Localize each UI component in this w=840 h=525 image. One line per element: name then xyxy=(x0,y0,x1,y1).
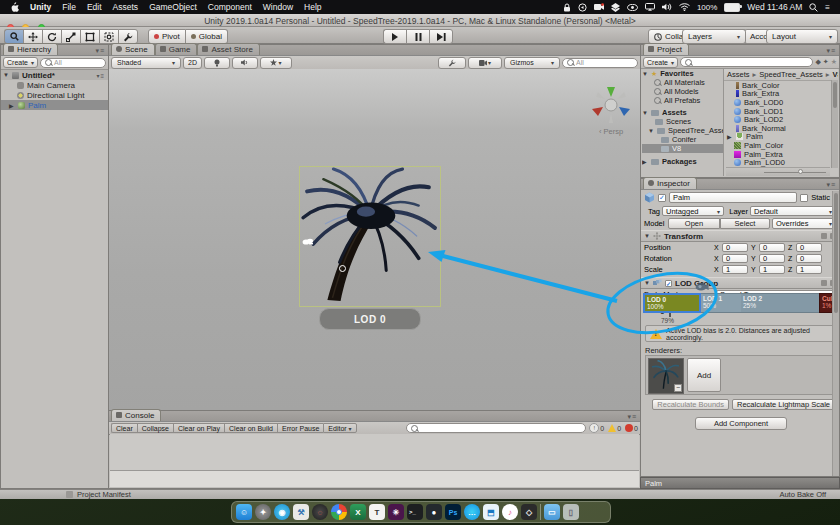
auto-bake-status[interactable]: Auto Bake Off xyxy=(779,490,826,499)
console-clear-button[interactable]: Clear xyxy=(111,423,137,433)
tab-scene[interactable]: Scene xyxy=(111,43,155,55)
dock-trash-icon[interactable]: ▯ xyxy=(563,504,579,520)
asset-bark-lod2[interactable]: Bark_LOD2 xyxy=(724,115,838,124)
recalculate-lightmap-button[interactable]: Recalculate Lightmap Scale xyxy=(732,399,835,410)
hierarchy-item-palm[interactable]: ▶ Palm xyxy=(1,100,108,110)
camera-record-icon[interactable] xyxy=(594,3,604,11)
move-tool-button[interactable] xyxy=(23,29,42,44)
eye-icon[interactable] xyxy=(627,4,638,11)
asset-palm-extra[interactable]: Palm_Extra xyxy=(724,150,838,159)
scale-y-field[interactable]: 1 xyxy=(759,265,785,274)
apple-menu-icon[interactable] xyxy=(10,2,19,12)
position-x-field[interactable]: 0 xyxy=(722,243,748,252)
rotate-tool-button[interactable] xyxy=(42,29,61,44)
asset-list-scrollbar[interactable] xyxy=(831,80,838,168)
add-component-button[interactable]: Add Component xyxy=(695,417,787,430)
dock-launchpad-icon[interactable]: ✦ xyxy=(255,504,271,520)
favorites-folder[interactable]: ▼★Favorites xyxy=(642,69,723,78)
asset-bark-lod1[interactable]: Bark_LOD1 xyxy=(724,107,838,116)
rotation-x-field[interactable]: 0 xyxy=(722,254,748,263)
foldout-icon[interactable]: ▼ xyxy=(644,280,650,286)
dock-xcode-icon[interactable]: ⚒ xyxy=(293,504,309,520)
rotation-y-field[interactable]: 0 xyxy=(759,254,785,263)
favorite-all-materials[interactable]: All Materials xyxy=(642,78,723,87)
tab-inspector[interactable]: Inspector xyxy=(643,177,697,189)
status-message[interactable]: Project Manifest xyxy=(77,490,131,499)
menu-assets[interactable]: Assets xyxy=(113,2,139,12)
preset-icon[interactable] xyxy=(821,233,827,239)
console-search-input[interactable] xyxy=(406,423,586,433)
effects-dropdown[interactable]: ▾ xyxy=(260,57,292,69)
play-button[interactable] xyxy=(383,29,406,44)
wifi-icon[interactable] xyxy=(679,3,690,11)
custom-tool-button[interactable] xyxy=(118,29,138,44)
asset-palm[interactable]: ▶Palm xyxy=(724,133,838,142)
position-y-field[interactable]: 0 xyxy=(759,243,785,252)
active-checkbox[interactable]: ✓ xyxy=(658,194,666,202)
scale-tool-button[interactable] xyxy=(61,29,80,44)
console-detail-area[interactable] xyxy=(110,471,639,487)
persp-label[interactable]: ‹ Persp xyxy=(587,127,635,136)
model-overrides-dropdown[interactable]: Overrides▾ xyxy=(772,218,836,229)
spotlight-icon[interactable] xyxy=(809,3,818,12)
dock-photoshop-icon[interactable]: Ps xyxy=(445,504,461,520)
view-tool-button[interactable] xyxy=(4,29,23,44)
hierarchy-item-main-camera[interactable]: Main Camera xyxy=(1,80,108,90)
tree-v8-folder[interactable]: V8 xyxy=(642,144,723,153)
asset-bark-normal[interactable]: Bark_Normal xyxy=(724,124,838,133)
hierarchy-create-button[interactable]: Create▾ xyxy=(3,57,38,68)
asset-palm-lod0[interactable]: Palm_LOD0 xyxy=(724,158,838,167)
dock-chrome-icon[interactable] xyxy=(331,504,347,520)
scene-row-menu[interactable]: ▾≡ xyxy=(96,72,108,79)
expand-icon[interactable]: ▶ xyxy=(9,102,15,109)
dock-app-icon[interactable]: ◌ xyxy=(312,504,328,520)
transform-gizmo-center[interactable] xyxy=(339,265,346,272)
thumbnail-size-slider[interactable] xyxy=(726,167,830,176)
rotation-z-field[interactable]: 0 xyxy=(796,254,822,263)
scale-z-field[interactable]: 1 xyxy=(796,265,822,274)
warning-icon[interactable] xyxy=(608,424,616,432)
airplay-icon[interactable] xyxy=(645,3,655,11)
tab-hierarchy[interactable]: Hierarchy xyxy=(3,43,58,55)
menu-window[interactable]: Window xyxy=(263,2,293,12)
menubar-clock[interactable]: Wed 11:46 AM xyxy=(747,2,802,12)
lod-camera-icon[interactable] xyxy=(695,282,709,292)
tag-dropdown[interactable]: Untagged▾ xyxy=(662,206,724,216)
model-select-button[interactable]: Select xyxy=(720,218,770,229)
search-by-type-icon[interactable]: ◆ xyxy=(815,58,820,66)
tree-packages[interactable]: ▶Packages xyxy=(642,157,723,166)
scene-orientation-gizmo[interactable] xyxy=(589,83,633,127)
favorite-all-models[interactable]: All Models xyxy=(642,87,723,96)
menu-gameobject[interactable]: GameObject xyxy=(149,2,197,12)
info-icon[interactable]: ! xyxy=(589,423,599,433)
asset-bark-extra[interactable]: Bark_Extra xyxy=(724,90,838,99)
rect-tool-button[interactable] xyxy=(80,29,99,44)
console-clear-on-play-button[interactable]: Clear on Play xyxy=(173,423,224,433)
tree-assets-folder[interactable]: ▼Assets xyxy=(642,108,723,117)
foldout-icon[interactable]: ▼ xyxy=(644,233,650,239)
control-center-icon[interactable]: ≡ xyxy=(825,3,830,12)
lod2-segment[interactable]: LOD 225% xyxy=(741,293,819,313)
dock-finder-icon[interactable]: ☺ xyxy=(236,504,252,520)
dock-slack-icon[interactable]: ✳ xyxy=(388,504,404,520)
remove-renderer-button[interactable]: − xyxy=(674,384,682,392)
dock-music-icon[interactable]: ♪ xyxy=(502,504,518,520)
scale-x-field[interactable]: 1 xyxy=(722,265,748,274)
scene-camera-dropdown[interactable]: ▾ xyxy=(468,57,502,69)
dock-textedit-icon[interactable]: T xyxy=(369,504,385,520)
model-open-button[interactable]: Open xyxy=(668,218,720,229)
console-panel-menu[interactable]: ▾≡ xyxy=(627,413,640,421)
lod-bar[interactable]: LOD 0100% LOD 150% LOD 225% Culled1% xyxy=(643,293,839,313)
preset-icon[interactable] xyxy=(821,280,827,286)
inspector-scrollbar[interactable] xyxy=(832,191,839,476)
hierarchy-item-directional-light[interactable]: Directional Light xyxy=(1,90,108,100)
breadcrumb[interactable]: Assets▸SpeedTree_Assets▸V8 xyxy=(724,69,838,81)
asset-preview-bar[interactable]: Palm xyxy=(640,477,840,489)
gizmos-dropdown[interactable]: Gizmos▾ xyxy=(504,57,560,69)
slider-thumb[interactable] xyxy=(798,169,803,174)
recalculate-bounds-button[interactable]: Recalculate Bounds xyxy=(652,399,729,410)
project-panel-menu[interactable]: ▾≡ xyxy=(826,47,839,55)
expand-icon[interactable]: ▶ xyxy=(727,133,733,140)
menu-help[interactable]: Help xyxy=(304,2,321,12)
scene-viewport[interactable]: LOD 0 ‹ Persp xyxy=(109,69,640,410)
